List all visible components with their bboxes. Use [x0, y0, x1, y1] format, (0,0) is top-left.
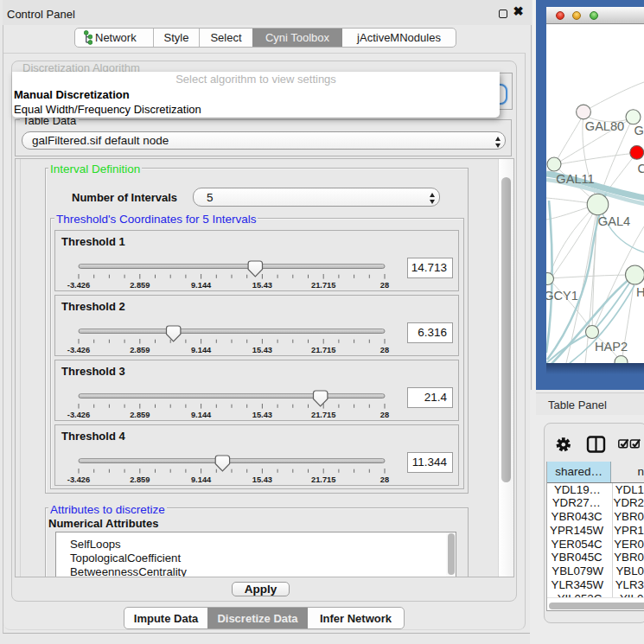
svg-text:-3.426: -3.426: [67, 411, 90, 419]
svg-text:2.859: 2.859: [130, 346, 150, 354]
svg-text:28: 28: [380, 411, 389, 419]
svg-text:9.144: 9.144: [191, 346, 212, 354]
svg-text:GCY1: GCY1: [546, 289, 578, 303]
svg-text:21.715: 21.715: [311, 475, 335, 484]
svg-text:21.715: 21.715: [311, 411, 335, 419]
svg-text:-3.426: -3.426: [67, 346, 90, 354]
svg-text:GAL11: GAL11: [556, 172, 594, 186]
svg-text:21.715: 21.715: [311, 346, 335, 354]
svg-text:15.43: 15.43: [252, 475, 272, 484]
svg-text:28: 28: [380, 281, 389, 290]
svg-text:9.144: 9.144: [191, 475, 212, 484]
svg-text:H: H: [636, 285, 644, 299]
svg-text:15.43: 15.43: [252, 411, 272, 419]
svg-text:2.859: 2.859: [130, 281, 150, 290]
svg-text:15.43: 15.43: [252, 346, 272, 354]
svg-text:9.144: 9.144: [191, 411, 212, 419]
svg-text:HAP2: HAP2: [595, 340, 628, 354]
svg-text:28: 28: [380, 346, 389, 354]
svg-text:21.715: 21.715: [311, 281, 335, 290]
svg-text:GAL4: GAL4: [598, 214, 630, 228]
svg-text:2.859: 2.859: [130, 475, 150, 484]
svg-text:9.144: 9.144: [191, 281, 212, 290]
svg-text:28: 28: [380, 475, 389, 484]
svg-text:C: C: [638, 162, 644, 175]
svg-text:-3.426: -3.426: [67, 281, 90, 290]
svg-text:GAL80: GAL80: [585, 119, 624, 133]
svg-text:15.43: 15.43: [252, 281, 272, 290]
svg-text:-3.426: -3.426: [67, 475, 90, 484]
svg-text:2.859: 2.859: [130, 411, 150, 419]
svg-text:G.: G.: [634, 124, 644, 137]
